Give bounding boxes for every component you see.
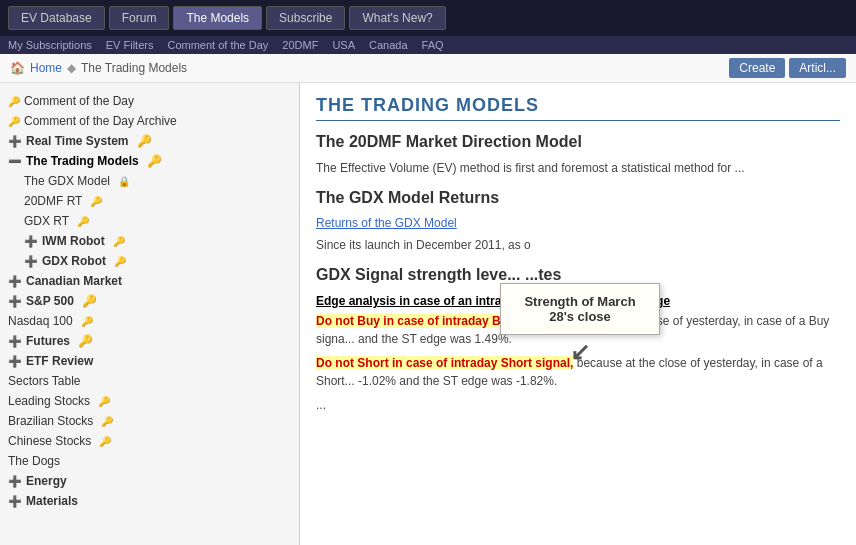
sidebar-label: IWM Robot [42,234,105,248]
breadcrumb-current: The Trading Models [81,61,187,75]
create-button[interactable]: Create [729,58,785,78]
sidebar-item-brazilian-stocks[interactable]: Brazilian Stocks 🔑 [0,411,299,431]
sidebar-label: Materials [26,494,78,508]
top-navigation: EV Database Forum The Models Subscribe W… [0,0,856,36]
sidebar-item-leading-stocks[interactable]: Leading Stocks 🔑 [0,391,299,411]
plus-icon: ➕ [8,275,22,288]
home-link[interactable]: Home [30,61,62,75]
key-icon: 🔑 [101,416,113,427]
forum-btn[interactable]: Forum [109,6,170,30]
sidebar-label: Comment of the Day Archive [24,114,177,128]
breadcrumb-separator: ◆ [67,61,76,75]
sidebar-label: Energy [26,474,67,488]
content-area: THE TRADING MODELS The 20DMF Market Dire… [300,83,856,545]
section3-title: GDX Signal strength leve... ...tes [316,266,840,284]
sidebar-label: S&P 500 [26,294,74,308]
sidebar-label: 20DMF RT [24,194,82,208]
sidebar-label: Brazilian Stocks [8,414,93,428]
callout-tooltip: Strength of March 28's close ↙ [500,283,660,335]
home-icon: 🏠 [10,61,25,75]
sidebar-toggle-energy[interactable]: ➕ Energy [0,471,299,491]
sidebar-toggle-canadian-market[interactable]: ➕ Canadian Market [0,271,299,291]
sidebar-item-20dmf-rt[interactable]: 20DMF RT 🔑 [0,191,299,211]
key-image-icon: 🔑 [114,256,126,267]
sidebar-label: Nasdaq 100 [8,314,73,328]
sidebar-label: Leading Stocks [8,394,90,408]
key-icon: 🔑 [8,116,20,127]
sidebar-label: The Trading Models [26,154,139,168]
whats-new-btn[interactable]: What's New? [349,6,445,30]
section3-suffix: ...tes [525,266,561,283]
sidebar-label: Sectors Table [8,374,81,388]
sidebar-item-sectors-table[interactable]: Sectors Table [0,371,299,391]
sidebar-toggle-etf-review[interactable]: ➕ ETF Review [0,351,299,371]
plus-icon: ➕ [24,255,38,268]
lock-image-icon: 🔒 [118,176,130,187]
ev-database-btn[interactable]: EV Database [8,6,105,30]
sidebar-toggle-trading-models[interactable]: ➖ The Trading Models 🔑 [0,151,299,171]
key-icon: 🔑 [98,396,110,407]
returns-link[interactable]: Returns of the GDX Model [316,216,457,230]
main-layout: 🔑 Comment of the Day 🔑 Comment of the Da… [0,83,856,545]
the-models-btn[interactable]: The Models [173,6,262,30]
sidebar-item-nasdaq100[interactable]: Nasdaq 100 🔑 [0,311,299,331]
sidebar-toggle-materials[interactable]: ➕ Materials [0,491,299,511]
article-button[interactable]: Articl... [789,58,846,78]
sidebar-item-gdx-rt[interactable]: GDX RT 🔑 [0,211,299,231]
key-image-icon: 🔑 [113,236,125,247]
canada-link[interactable]: Canada [369,39,408,51]
plus-icon: ➕ [24,235,38,248]
key-icon: 🔑 [99,436,111,447]
comment-of-the-day-link[interactable]: Comment of the Day [167,39,268,51]
plus-icon: ➕ [8,335,22,348]
key-icon: 🔑 [8,96,20,107]
sidebar-label: ETF Review [26,354,93,368]
ellipsis-text: ... [316,396,840,414]
sidebar: 🔑 Comment of the Day 🔑 Comment of the Da… [0,83,300,545]
sidebar-item-comment-of-the-day[interactable]: 🔑 Comment of the Day [0,91,299,111]
section2-desc: Since its launch in December 2011, as o [316,236,840,254]
key-icon: 🔑 [147,154,162,168]
do-not-short-highlight: Do not Short in case of intraday Short s… [316,356,573,370]
sidebar-item-gdx-model[interactable]: The GDX Model 🔒 [0,171,299,191]
callout-text: Strength of March 28's close [524,294,635,324]
sidebar-label: The Dogs [8,454,60,468]
section1-title: The 20DMF Market Direction Model [316,133,840,151]
sidebar-item-the-dogs[interactable]: The Dogs [0,451,299,471]
sidebar-label: Comment of the Day [24,94,134,108]
sidebar-label: Canadian Market [26,274,122,288]
20dmf-link[interactable]: 20DMF [282,39,318,51]
minus-icon: ➖ [8,155,22,168]
plus-icon: ➕ [8,475,22,488]
sidebar-label: GDX Robot [42,254,106,268]
sidebar-label: The GDX Model [24,174,110,188]
plus-icon: ➕ [8,135,22,148]
callout-arrow-icon: ↙ [570,340,590,364]
sidebar-label: Chinese Stocks [8,434,91,448]
sidebar-toggle-sp500[interactable]: ➕ S&P 500 🔑 [0,291,299,311]
sidebar-toggle-real-time-system[interactable]: ➕ Real Time System 🔑 [0,131,299,151]
breadcrumb: 🏠 Home ◆ The Trading Models [10,61,187,75]
key-icon: 🔑 [78,334,93,348]
sidebar-label: GDX RT [24,214,69,228]
sidebar-toggle-gdx-robot[interactable]: ➕ GDX Robot 🔑 [0,251,299,271]
key-icon: 🔑 [77,216,89,227]
ev-filters-link[interactable]: EV Filters [106,39,154,51]
section1-desc: The Effective Volume (EV) method is firs… [316,159,840,177]
plus-icon: ➕ [8,355,22,368]
secondary-navigation: My Subscriptions EV Filters Comment of t… [0,36,856,54]
usa-link[interactable]: USA [332,39,355,51]
sidebar-item-chinese-stocks[interactable]: Chinese Stocks 🔑 [0,431,299,451]
key-icon: 🔑 [137,134,152,148]
sidebar-toggle-futures[interactable]: ➕ Futures 🔑 [0,331,299,351]
plus-icon: ➕ [8,295,22,308]
sidebar-toggle-iwm-robot[interactable]: ➕ IWM Robot 🔑 [0,231,299,251]
my-subscriptions-link[interactable]: My Subscriptions [8,39,92,51]
faq-link[interactable]: FAQ [422,39,444,51]
key-icon: 🔑 [82,294,97,308]
section2-title: The GDX Model Returns [316,189,840,207]
subscribe-btn[interactable]: Subscribe [266,6,345,30]
sidebar-label: Futures [26,334,70,348]
page-title: THE TRADING MODELS [316,95,840,121]
sidebar-item-comment-archive[interactable]: 🔑 Comment of the Day Archive [0,111,299,131]
